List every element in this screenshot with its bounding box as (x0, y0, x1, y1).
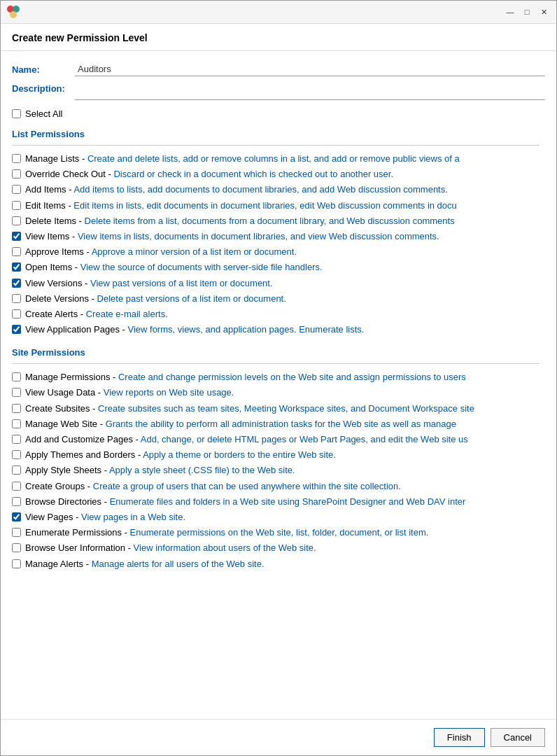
approve-items-checkbox[interactable] (12, 247, 21, 256)
window-title: Create new Permission Level (1, 24, 556, 51)
approve-items-label[interactable]: Approve Items - Approve a minor version … (25, 246, 297, 258)
list-item: Apply Style Sheets - Apply a style sheet… (12, 464, 540, 477)
site-permissions-section: Site Permissions Manage Permissions - Cr… (12, 347, 540, 570)
svg-point-2 (10, 11, 17, 18)
list-item: Create Groups - Create a group of users … (12, 480, 540, 493)
manage-web-site-checkbox[interactable] (12, 419, 21, 428)
list-permissions-items: Manage Lists - Create and delete lists, … (12, 153, 540, 336)
list-item: Add Items - Add items to lists, add docu… (12, 183, 540, 196)
manage-alerts-checkbox[interactable] (12, 559, 21, 568)
view-pages-checkbox[interactable] (12, 512, 21, 522)
permissions-scroll-area[interactable]: List Permissions Manage Lists - Create a… (12, 129, 545, 712)
title-bar-left (6, 5, 20, 19)
title-bar: — □ ✕ (1, 1, 556, 24)
list-item: View Application Pages - View forms, vie… (12, 323, 540, 336)
list-item: Manage Permissions - Create and change p… (12, 371, 540, 384)
add-customize-pages-label[interactable]: Add and Customize Pages - Add, change, o… (25, 433, 468, 446)
create-alerts-checkbox[interactable] (12, 309, 21, 318)
list-item: Create Alerts - Create e-mail alerts. (12, 308, 540, 321)
manage-web-site-label[interactable]: Manage Web Site - Grants the ability to … (25, 418, 456, 430)
view-items-label[interactable]: View Items - View items in lists, docume… (25, 230, 439, 243)
apply-themes-borders-label[interactable]: Apply Themes and Borders - Apply a theme… (25, 449, 336, 461)
list-item: View Usage Data - View reports on Web si… (12, 386, 540, 399)
delete-items-label[interactable]: Delete Items - Delete items from a list,… (25, 215, 455, 227)
browse-directories-label[interactable]: Browse Directories - Enumerate files and… (25, 496, 465, 508)
footer: Finish Cancel (1, 719, 556, 755)
list-item: Approve Items - Approve a minor version … (12, 246, 540, 258)
name-label: Name: (12, 64, 75, 75)
enumerate-permissions-checkbox[interactable] (12, 528, 21, 537)
site-permissions-items: Manage Permissions - Create and change p… (12, 371, 540, 570)
list-permissions-divider (12, 145, 540, 146)
edit-items-label[interactable]: Edit Items - Edit items in lists, edit d… (25, 200, 457, 212)
maximize-button[interactable]: □ (520, 5, 534, 19)
list-item: View Versions - View past versions of a … (12, 277, 540, 290)
list-item: View Items - View items in lists, docume… (12, 230, 540, 243)
list-item: Apply Themes and Borders - Apply a theme… (12, 449, 540, 461)
list-item: Manage Alerts - Manage alerts for all us… (12, 558, 540, 570)
site-permissions-title: Site Permissions (12, 347, 540, 359)
content-area: Name: Description: Select All List Permi… (1, 51, 556, 712)
browse-directories-checkbox[interactable] (12, 497, 21, 506)
view-usage-data-label[interactable]: View Usage Data - View reports on Web si… (25, 386, 234, 399)
view-versions-checkbox[interactable] (12, 279, 21, 288)
manage-permissions-label[interactable]: Manage Permissions - Create and change p… (25, 371, 466, 384)
title-bar-controls: — □ ✕ (503, 5, 551, 19)
delete-versions-label[interactable]: Delete Versions - Delete past versions o… (25, 293, 286, 305)
manage-alerts-label[interactable]: Manage Alerts - Manage alerts for all us… (25, 558, 265, 570)
manage-permissions-checkbox[interactable] (12, 372, 21, 382)
minimize-button[interactable]: — (503, 5, 517, 19)
list-item: Delete Versions - Delete past versions o… (12, 293, 540, 305)
cancel-button[interactable]: Cancel (491, 728, 545, 747)
create-subsites-checkbox[interactable] (12, 404, 21, 413)
select-all-label[interactable]: Select All (25, 108, 62, 119)
view-versions-label[interactable]: View Versions - View past versions of a … (25, 277, 273, 290)
manage-lists-checkbox[interactable] (12, 154, 21, 163)
list-permissions-section: List Permissions Manage Lists - Create a… (12, 129, 540, 336)
delete-versions-checkbox[interactable] (12, 294, 21, 303)
main-window: — □ ✕ Create new Permission Level Name: … (0, 0, 557, 756)
create-groups-checkbox[interactable] (12, 482, 21, 491)
name-input[interactable] (75, 62, 545, 76)
list-item: Browse User Information - View informati… (12, 542, 540, 554)
override-checkout-label[interactable]: Override Check Out - Discard or check in… (25, 168, 393, 181)
list-item: Browse Directories - Enumerate files and… (12, 496, 540, 508)
enumerate-permissions-label[interactable]: Enumerate Permissions - Enumerate permis… (25, 526, 428, 539)
apply-style-sheets-checkbox[interactable] (12, 465, 21, 475)
browse-user-info-label[interactable]: Browse User Information - View informati… (25, 542, 316, 554)
apply-style-sheets-label[interactable]: Apply Style Sheets - Apply a style sheet… (25, 464, 295, 477)
description-label: Description: (12, 83, 75, 94)
site-permissions-divider (12, 363, 540, 364)
browse-user-info-checkbox[interactable] (12, 543, 21, 552)
description-input[interactable] (75, 83, 545, 100)
select-all-checkbox[interactable] (12, 109, 21, 118)
select-all-row: Select All (12, 108, 545, 119)
add-items-label[interactable]: Add Items - Add items to lists, add docu… (25, 183, 448, 196)
add-customize-pages-checkbox[interactable] (12, 435, 21, 444)
view-items-checkbox[interactable] (12, 232, 21, 241)
create-groups-label[interactable]: Create Groups - Create a group of users … (25, 480, 401, 493)
create-subsites-label[interactable]: Create Subsites - Create subsites such a… (25, 402, 474, 415)
view-pages-label[interactable]: View Pages - View pages in a Web site. (25, 511, 185, 524)
description-row: Description: (12, 83, 545, 100)
add-items-checkbox[interactable] (12, 185, 21, 194)
list-item: Manage Web Site - Grants the ability to … (12, 418, 540, 430)
list-item: Create Subsites - Create subsites such a… (12, 402, 540, 415)
list-item: View Pages - View pages in a Web site. (12, 511, 540, 524)
override-checkout-checkbox[interactable] (12, 169, 21, 178)
finish-button[interactable]: Finish (434, 728, 485, 747)
list-item: Delete Items - Delete items from a list,… (12, 215, 540, 227)
close-button[interactable]: ✕ (537, 5, 551, 19)
view-app-pages-checkbox[interactable] (12, 325, 21, 334)
view-app-pages-label[interactable]: View Application Pages - View forms, vie… (25, 323, 364, 336)
apply-themes-borders-checkbox[interactable] (12, 450, 21, 459)
open-items-label[interactable]: Open Items - View the source of document… (25, 261, 323, 274)
manage-lists-label[interactable]: Manage Lists - Create and delete lists, … (25, 153, 460, 165)
create-alerts-label[interactable]: Create Alerts - Create e-mail alerts. (25, 308, 168, 321)
view-usage-data-checkbox[interactable] (12, 388, 21, 397)
open-items-checkbox[interactable] (12, 262, 21, 272)
list-item: Enumerate Permissions - Enumerate permis… (12, 526, 540, 539)
list-permissions-title: List Permissions (12, 129, 540, 141)
edit-items-checkbox[interactable] (12, 201, 21, 210)
delete-items-checkbox[interactable] (12, 216, 21, 225)
